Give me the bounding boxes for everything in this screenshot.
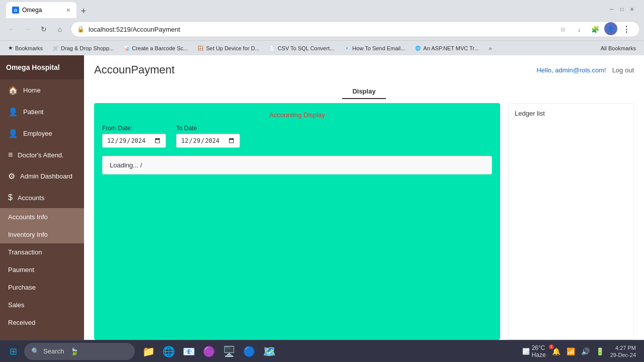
page-title: AccounPayment — [94, 63, 175, 76]
employee-icon: 👤 — [8, 129, 18, 138]
accounting-display-title: Accounting Display — [102, 111, 492, 119]
sidebar-item-inventory-info[interactable]: Inventory Info — [0, 226, 84, 243]
bookmark-email-favicon: 📧 — [343, 45, 350, 52]
inventory-info-label: Inventory Info — [8, 231, 48, 238]
ledger-panel: Ledger list — [508, 103, 634, 340]
bookmark-device-label: Set Up Device for D... — [206, 45, 259, 51]
close-button[interactable]: ✕ — [628, 5, 636, 13]
taskbar-app-vs[interactable]: 🟣 — [199, 342, 218, 361]
download-icon[interactable]: ↓ — [572, 22, 586, 36]
display-tab-button[interactable]: Display — [342, 84, 385, 99]
back-button[interactable]: ← — [4, 22, 19, 37]
minimize-button[interactable]: ─ — [608, 5, 616, 13]
sidebar-accounts-label: Accounts — [18, 194, 44, 202]
to-date-label: To Date — [176, 125, 240, 132]
nav-buttons: ← → ↻ ⌂ — [4, 22, 67, 37]
address-bar[interactable]: 🔒 localhost:5219/AccounPayment ☆ ↓ 🧩 👤 ⋮ — [70, 21, 640, 37]
active-tab[interactable]: Ω Omega ✕ — [6, 2, 76, 18]
transaction-label: Transaction — [8, 248, 42, 256]
sidebar-home-label: Home — [23, 86, 41, 94]
from-date-input[interactable] — [102, 134, 166, 148]
bookmark-star-button[interactable]: ☆ — [556, 22, 570, 36]
bookmark-barcode[interactable]: 📊 Create a Barcode Sc... — [119, 43, 192, 53]
doctors-icon: ≡ — [8, 150, 13, 159]
sidebar-item-purchase[interactable]: Purchase — [0, 279, 84, 296]
sidebar-item-employee[interactable]: 👤 Employee — [0, 123, 84, 144]
sidebar-patient-label: Patient — [23, 108, 43, 116]
volume-icon[interactable]: 🔊 — [579, 345, 592, 357]
windows-logo-icon: ⊞ — [10, 346, 17, 357]
forward-button[interactable]: → — [20, 22, 35, 37]
bookmark-aspnet[interactable]: 🌐 An ASP.NET MVC Tr... — [410, 43, 482, 53]
url-display: localhost:5219/AccounPayment — [89, 26, 550, 33]
bookmark-device[interactable]: 🪟 Set Up Device for D... — [193, 43, 263, 53]
sidebar-employee-label: Employee — [23, 130, 52, 137]
bookmark-email[interactable]: 📧 How To Send Email... — [339, 43, 409, 53]
wifi-icon[interactable]: 📶 — [565, 345, 577, 357]
extensions-button[interactable]: 🧩 — [588, 22, 602, 36]
date-row: From Date: To Date — [102, 125, 492, 148]
ledger-list-title: Ledger list — [515, 110, 627, 117]
taskbar-search-leaf-icon: 🍃 — [70, 347, 78, 355]
taskbar-search-bar[interactable]: 🔍 Search 🍃 — [24, 343, 135, 360]
sidebar-item-doctors[interactable]: ≡ Doctor's Attend. — [0, 144, 84, 165]
title-bar: Ω Omega ✕ + ─ □ ✕ — [0, 0, 644, 18]
new-tab-button[interactable]: + — [76, 4, 91, 18]
bookmark-bookmarks[interactable]: ★ Bookmarks — [4, 43, 47, 53]
maximize-button[interactable]: □ — [618, 5, 626, 13]
user-email-link[interactable]: Hello, admin@rols.com! — [536, 66, 606, 74]
menu-button[interactable]: ⋮ — [619, 22, 633, 36]
sidebar-item-sales[interactable]: Sales — [0, 296, 84, 314]
sidebar-item-transaction[interactable]: Transaction — [0, 243, 84, 261]
taskbar-app-terminal[interactable]: 🖥️ — [219, 342, 238, 361]
weather-temp: 26°C — [532, 344, 546, 351]
sidebar-app-title: Omega Hospital — [6, 63, 60, 71]
bookmarks-more-button[interactable]: » — [486, 44, 495, 53]
taskbar-app-maps[interactable]: 🗺️ — [260, 342, 279, 361]
bookmarks-right: All Bookmarks — [597, 44, 640, 53]
taskbar-app-file-explorer[interactable]: 📁 — [139, 342, 158, 361]
sidebar-item-accounts-info[interactable]: Accounts Info — [0, 208, 84, 226]
bookmark-device-favicon: 🪟 — [197, 45, 204, 52]
sidebar-item-home[interactable]: 🏠 Home — [0, 79, 84, 101]
title-bar-left: Ω Omega ✕ + — [4, 0, 604, 18]
sidebar-item-admin[interactable]: ⚙ Admin Dashboard — [0, 165, 84, 187]
weather-widget: 🌫️ 26°C Haze — [522, 344, 546, 358]
battery-icon[interactable]: 🔋 — [594, 345, 606, 357]
home-button[interactable]: ⌂ — [52, 22, 67, 37]
taskbar-app-edge[interactable]: 🌐 — [159, 342, 178, 361]
taskbar-search-label: Search — [43, 347, 64, 355]
all-bookmarks-label: All Bookmarks — [601, 45, 636, 51]
logout-button[interactable]: Log out — [612, 66, 634, 74]
clock-time: 4:27 PM — [610, 344, 636, 352]
taskbar-apps: 📁 🌐 📧 🟣 🖥️ 🔵 🗺️ — [139, 342, 279, 361]
weather-info: 26°C Haze — [532, 344, 546, 358]
system-tray-icons: 1 🔔 📶 🔊 🔋 — [550, 345, 606, 357]
bookmark-csv[interactable]: 📄 CSV To SQL Convert... — [265, 43, 339, 53]
notification-badge: 1 — [549, 344, 554, 349]
notification-icon[interactable]: 1 🔔 — [550, 345, 562, 357]
taskbar-app-outlook[interactable]: 📧 — [179, 342, 198, 361]
accounts-icon: $ — [8, 193, 13, 202]
accounts-info-label: Accounts Info — [8, 213, 48, 221]
tab-close-button[interactable]: ✕ — [66, 7, 70, 14]
clock-display[interactable]: 4:27 PM 29-Dec-24 — [610, 344, 636, 358]
tab-favicon: Ω — [12, 7, 19, 14]
sidebar-item-accounts[interactable]: $ Accounts — [0, 187, 84, 208]
bookmark-aspnet-label: An ASP.NET MVC Tr... — [423, 45, 478, 51]
reload-button[interactable]: ↻ — [36, 22, 51, 37]
taskbar: ⊞ 🔍 Search 🍃 📁 🌐 📧 🟣 🖥️ 🔵 🗺️ 🌫️ 26°C Haz… — [0, 340, 644, 362]
profile-avatar[interactable]: 👤 — [604, 22, 617, 35]
sidebar-item-received[interactable]: Received — [0, 314, 84, 331]
sidebar-item-payment[interactable]: Paument — [0, 261, 84, 279]
start-button[interactable]: ⊞ — [4, 342, 22, 360]
sidebar-doctors-label: Doctor's Attend. — [18, 151, 63, 159]
taskbar-app-chrome[interactable]: 🔵 — [239, 342, 259, 361]
to-date-input[interactable] — [176, 134, 240, 148]
sidebar-header: Omega Hospital — [0, 55, 84, 79]
bookmark-csv-favicon: 📄 — [269, 45, 276, 52]
all-bookmarks-button[interactable]: All Bookmarks — [597, 44, 640, 53]
bookmark-drag-drop[interactable]: 🛒 Drag & Drop Shopp... — [48, 43, 118, 53]
sidebar-item-patient[interactable]: 👤 Patient — [0, 101, 84, 123]
to-date-field: To Date — [176, 125, 240, 148]
